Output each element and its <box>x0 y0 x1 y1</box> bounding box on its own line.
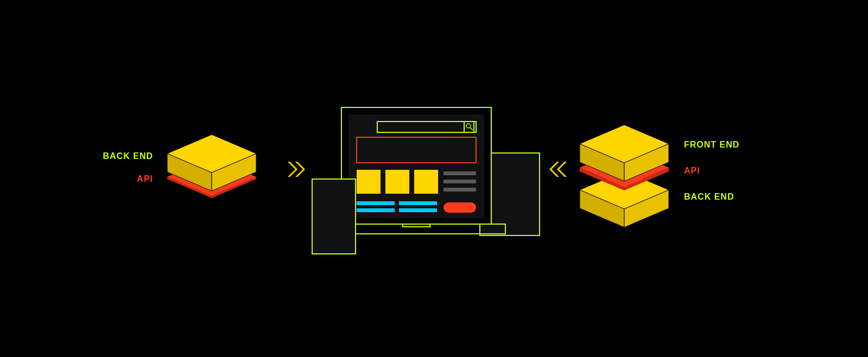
svg-marker-6 <box>288 162 297 177</box>
double-chevron-right-icon <box>288 162 305 177</box>
double-chevron-left-icon <box>549 162 567 177</box>
link-bar-1 <box>357 201 395 205</box>
card-1 <box>357 170 381 194</box>
left-stack: BACK END API <box>103 135 256 198</box>
right-stack: FRONT END API BACK END <box>580 125 739 227</box>
svg-marker-11 <box>557 162 567 177</box>
link-bar-2 <box>399 201 437 205</box>
phone-device <box>312 179 356 254</box>
right-api-label: API <box>684 166 700 175</box>
card-3 <box>414 170 438 194</box>
devices-group <box>312 107 540 254</box>
right-backend-label: BACK END <box>684 192 734 201</box>
cta-button <box>443 202 476 213</box>
right-frontend-label: FRONT END <box>684 140 739 149</box>
left-backend-label: BACK END <box>103 151 153 161</box>
link-bar-3 <box>357 208 395 212</box>
text-line-3 <box>443 188 476 192</box>
link-bar-4 <box>399 208 437 212</box>
left-api-label: API <box>137 174 153 183</box>
card-2 <box>385 170 409 194</box>
text-line-2 <box>443 180 476 183</box>
text-line-1 <box>443 171 476 175</box>
